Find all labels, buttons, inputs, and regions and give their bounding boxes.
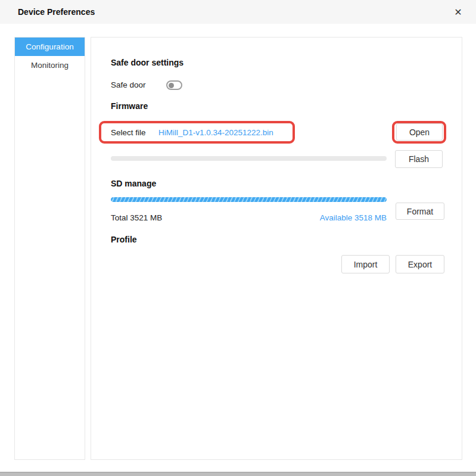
safe-door-toggle[interactable] [166, 80, 182, 90]
sidebar: Configuration Monitoring [14, 37, 85, 460]
sd-capacity-row: Total 3521 MB Available 3518 MB [111, 213, 387, 222]
background-window-edge [0, 472, 476, 476]
sidebar-item-label: Monitoring [31, 61, 69, 70]
firmware-heading: Firmware [111, 101, 148, 111]
sd-manage-heading: SD manage [111, 179, 156, 188]
select-file-label: Select file [111, 128, 146, 137]
dialog-title: Device Preferences [18, 7, 95, 17]
sd-total-label: Total 3521 MB [111, 213, 162, 222]
profile-heading: Profile [111, 235, 137, 244]
firmware-progress-bar [111, 156, 387, 161]
toggle-knob-icon [169, 83, 174, 88]
export-button[interactable]: Export [396, 255, 444, 273]
sd-usage-fill [111, 197, 387, 202]
configuration-panel: Safe door settings Safe door Firmware Se… [91, 37, 462, 460]
flash-button[interactable]: Flash [395, 150, 443, 168]
safe-door-label: Safe door [111, 80, 146, 89]
dialog-titlebar: Device Preferences ✕ [0, 0, 476, 24]
sidebar-item-monitoring[interactable]: Monitoring [15, 56, 85, 74]
sidebar-item-label: Configuration [26, 42, 73, 51]
format-button[interactable]: Format [396, 203, 444, 220]
sd-usage-bar [111, 197, 387, 202]
open-button[interactable]: Open [396, 123, 443, 141]
import-button[interactable]: Import [341, 255, 390, 273]
sidebar-item-configuration[interactable]: Configuration [15, 38, 85, 56]
safe-door-settings-heading: Safe door settings [111, 58, 183, 67]
firmware-file-link[interactable]: HiMill_D1-v1.0.34-20251222.bin [158, 128, 273, 137]
close-icon[interactable]: ✕ [451, 5, 465, 19]
sd-available-label: Available 3518 MB [320, 213, 387, 222]
